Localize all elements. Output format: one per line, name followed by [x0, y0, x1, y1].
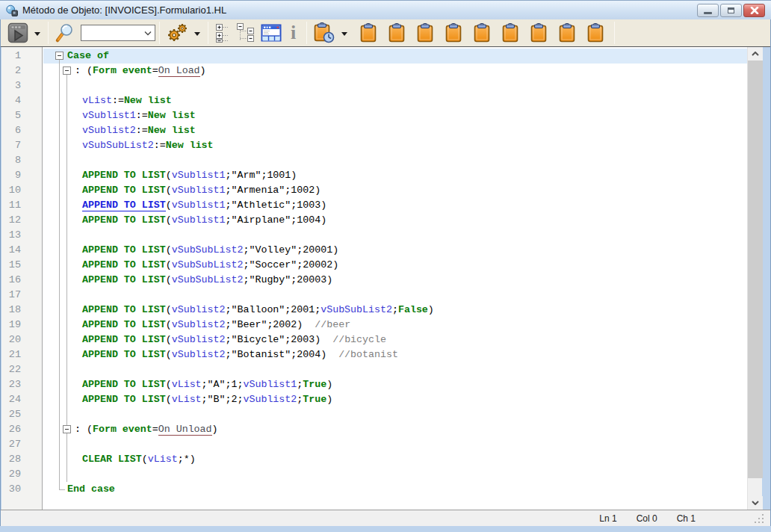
- code-line[interactable]: vSubSubList2:=New list: [43, 138, 747, 153]
- clipboard-button-4[interactable]: [442, 21, 465, 45]
- line-number: 19: [1, 318, 42, 332]
- collapse-all-button[interactable]: [233, 21, 258, 45]
- code-token: vList: [172, 379, 202, 390]
- code-token: ;"Balloon";2001;: [226, 304, 321, 315]
- code-line[interactable]: APPEND TO LIST(vSublist1;"Armenia";1002): [43, 183, 747, 198]
- code-line[interactable]: APPEND TO LIST(vSublist2;"Balloon";2001;…: [43, 303, 747, 318]
- clipboard-button-1[interactable]: [357, 21, 380, 45]
- code-line[interactable]: vList:=New list: [43, 93, 747, 108]
- code-line[interactable]: APPEND TO LIST(vSublist1;"Airplane";1004…: [43, 213, 747, 228]
- code-line[interactable]: APPEND TO LIST(vSubSubList2;"Volley";200…: [43, 243, 747, 258]
- code-token: vSublist2: [172, 319, 226, 330]
- minimize-button[interactable]: [697, 4, 719, 17]
- clipboard-history-button[interactable]: [311, 21, 338, 45]
- code-line[interactable]: [43, 437, 747, 452]
- clipboard-button-7[interactable]: [527, 21, 550, 45]
- code-token: vSubSubList2: [172, 259, 244, 270]
- chevron-up-icon: [752, 52, 759, 56]
- code-line[interactable]: APPEND TO LIST(vList;"A";1;vSublist1;Tru…: [43, 377, 747, 392]
- maximize-button[interactable]: [720, 4, 742, 17]
- code-line[interactable]: APPEND TO LIST(vSublist2;"Beer";2002) //…: [43, 318, 747, 332]
- clipboard-button-3[interactable]: [414, 21, 436, 45]
- code-line[interactable]: vSublist2:=New list: [43, 123, 747, 138]
- code-line[interactable]: APPEND TO LIST(vSublist1;"Athletic";1003…: [43, 198, 747, 213]
- code-line[interactable]: [43, 78, 747, 93]
- line-number: 27: [1, 437, 42, 452]
- code-line[interactable]: [43, 467, 747, 482]
- scrollbar-thumb[interactable]: [748, 61, 763, 478]
- scroll-down-button[interactable]: [748, 496, 763, 510]
- vertical-scrollbar[interactable]: [747, 47, 762, 510]
- code-token: vSublist2: [172, 349, 226, 360]
- code-line[interactable]: CLEAR LIST(vList;*): [43, 452, 747, 467]
- line-number: 23: [1, 377, 42, 392]
- settings-dropdown[interactable]: [191, 21, 204, 45]
- method-search-combobox[interactable]: [81, 25, 155, 41]
- fold-guide-inner-2: [66, 433, 67, 482]
- code-editor[interactable]: 1234567891011121314151617181920212223242…: [1, 47, 762, 510]
- code-line[interactable]: End case: [43, 482, 747, 497]
- code-token: APPEND TO LIST: [82, 379, 166, 390]
- code-token: True: [303, 379, 326, 390]
- code-token: ): [326, 394, 332, 405]
- line-number: 20: [1, 332, 42, 347]
- line-number: 4: [1, 93, 42, 108]
- code-line[interactable]: [43, 228, 747, 243]
- code-token: //beer: [315, 319, 350, 330]
- titlebar[interactable]: Método de Objeto: [INVOICES].Formulario1…: [0, 0, 771, 19]
- code-token: On Unload: [158, 424, 212, 436]
- code-line[interactable]: vSublist1:=New list: [43, 108, 747, 123]
- close-button[interactable]: [743, 4, 765, 17]
- code-line[interactable]: APPEND TO LIST(vSubSubList2;"Rugby";2000…: [43, 273, 747, 288]
- code-line[interactable]: [43, 407, 747, 422]
- code-token: vSublist1: [243, 379, 297, 390]
- code-line[interactable]: : (Form event=On Unload): [43, 422, 747, 437]
- code-token: (: [166, 170, 172, 181]
- code-line[interactable]: [43, 288, 747, 303]
- code-line[interactable]: APPEND TO LIST(vSublist2;"Botanist";2004…: [43, 347, 747, 362]
- search-button[interactable]: [52, 21, 78, 45]
- code-area[interactable]: Case of: (Form event=On Load)vList:=New …: [43, 47, 747, 510]
- code-line[interactable]: APPEND TO LIST(vList;"B";2;vSublist2;Tru…: [43, 392, 747, 407]
- code-line[interactable]: [43, 362, 747, 377]
- clipboard-icon: [501, 23, 519, 43]
- information-button[interactable]: [284, 21, 303, 45]
- fold-toggle[interactable]: [63, 425, 71, 433]
- line-number: 12: [1, 213, 42, 228]
- code-token: APPEND TO LIST: [82, 214, 166, 226]
- code-token: APPEND TO LIST: [82, 170, 166, 181]
- form-window-icon: [261, 24, 282, 42]
- window-title: Método de Objeto: [INVOICES].Formulario1…: [22, 4, 226, 16]
- restore-icon: [728, 7, 734, 13]
- clipboard-button-6[interactable]: [499, 21, 521, 45]
- code-token: ;: [392, 304, 398, 315]
- resize-grip[interactable]: [755, 514, 764, 524]
- scroll-up-button[interactable]: [748, 47, 763, 61]
- run-method-dropdown[interactable]: [31, 21, 44, 45]
- line-number: 16: [1, 273, 42, 288]
- clipboard-button-8[interactable]: [556, 21, 578, 45]
- code-line[interactable]: : (Form event=On Load): [43, 64, 747, 78]
- code-token: ;"Bicycle";2003): [226, 334, 333, 345]
- line-number: 28: [1, 452, 42, 467]
- line-number: 18: [1, 303, 42, 318]
- clipboard-button-9[interactable]: [584, 21, 607, 45]
- line-number: 13: [1, 228, 42, 243]
- code-line[interactable]: [43, 153, 747, 168]
- fold-toggle[interactable]: [63, 66, 71, 75]
- code-line[interactable]: APPEND TO LIST(vSublist1;"Arm";1001): [43, 168, 747, 183]
- fold-guide-outer: [59, 60, 60, 489]
- clipboard-button-5[interactable]: [471, 21, 493, 45]
- code-line[interactable]: APPEND TO LIST(vSubSubList2;"Soccer";200…: [43, 258, 747, 273]
- settings-button[interactable]: [164, 21, 191, 45]
- clipboard-history-dropdown[interactable]: [338, 21, 351, 45]
- run-method-button[interactable]: [5, 21, 31, 45]
- code-line[interactable]: APPEND TO LIST(vSublist2;"Bicycle";2003)…: [43, 332, 747, 347]
- code-line[interactable]: Case of: [43, 49, 747, 64]
- clipboard-button-2[interactable]: [386, 21, 408, 45]
- gutter: 1234567891011121314151617181920212223242…: [1, 47, 43, 510]
- expand-all-button[interactable]: [212, 21, 233, 45]
- fold-toggle[interactable]: [55, 52, 64, 60]
- method-search-input[interactable]: [81, 26, 140, 40]
- show-form-button[interactable]: [258, 21, 284, 45]
